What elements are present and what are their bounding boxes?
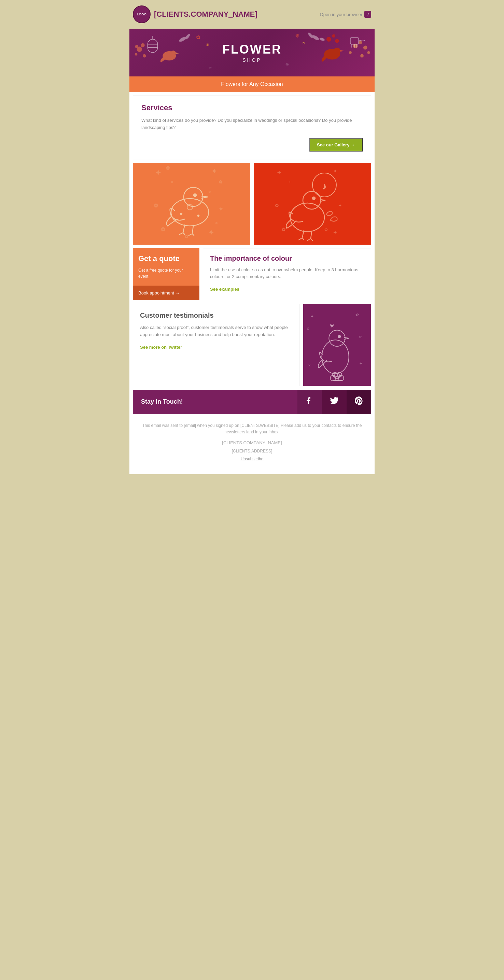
svg-text:✿: ✿	[219, 180, 222, 184]
svg-point-67	[313, 197, 315, 200]
image-card-red: ✦ ✦ ✿ ✦ ✿ ✦ × × ✿	[254, 163, 371, 245]
twitter-button[interactable]	[322, 390, 346, 414]
pinterest-icon	[354, 396, 364, 408]
logo-area: LOGO [CLIENTS.COMPANY_NAME]	[133, 5, 257, 23]
services-block: Services What kind of services do you pr…	[133, 95, 371, 159]
svg-point-22	[184, 33, 191, 40]
svg-text:×: ×	[289, 180, 290, 184]
svg-point-18	[367, 51, 370, 54]
tagline-text: Flowers for Any Occasion	[221, 81, 283, 87]
testimonial-text-block: Customer testimonials Also called "socia…	[133, 304, 300, 386]
svg-point-24	[307, 32, 313, 38]
svg-text:✦: ✦	[359, 361, 363, 366]
svg-text:×: ×	[215, 221, 217, 225]
testimonial-illustration: ✦ ✿ ✦ × ✿ ✿	[303, 304, 371, 386]
facebook-icon	[305, 396, 314, 408]
svg-text:×: ×	[308, 363, 311, 368]
quote-text: Get a free quote for your event	[138, 267, 194, 280]
svg-text:❋: ❋	[285, 62, 289, 67]
quote-title: Get a quote	[138, 254, 194, 263]
svg-point-50	[184, 187, 203, 207]
svg-text:✦: ✦	[333, 230, 337, 235]
tagline-bar: Flowers for Any Occasion	[129, 76, 375, 92]
twitter-link[interactable]: See more on Twitter	[140, 345, 182, 350]
svg-text:✿: ✿	[161, 226, 165, 232]
svg-text:✦: ✦	[277, 169, 282, 176]
svg-point-12	[141, 43, 145, 48]
svg-point-53	[198, 215, 199, 216]
svg-text:✦: ✦	[219, 206, 223, 212]
svg-rect-0	[148, 39, 158, 52]
hero-title: FLOWER	[222, 42, 282, 57]
svg-point-20	[349, 51, 352, 54]
email-container: ✿ ✾ ❋ ✿ ❋ ✿ FLOWER SHOP	[129, 29, 375, 474]
colour-block: The importance of colour Limit the use o…	[203, 248, 371, 300]
svg-point-11	[135, 45, 139, 48]
svg-point-8	[333, 48, 340, 54]
svg-rect-26	[350, 38, 359, 44]
svg-point-66	[303, 191, 321, 209]
unsubscribe-link[interactable]: Unsubscribe	[241, 456, 263, 462]
social-icons	[297, 390, 371, 414]
svg-text:✿: ✿	[324, 227, 328, 232]
svg-point-35	[335, 39, 339, 43]
svg-text:✿: ✿	[302, 41, 305, 45]
svg-text:✦: ✦	[338, 203, 342, 208]
hero-text-block: FLOWER SHOP	[222, 42, 282, 63]
twitter-icon	[330, 396, 339, 408]
svg-text:×: ×	[209, 190, 211, 194]
svg-text:✾: ✾	[206, 42, 209, 47]
company-name: [CLIENTS.COMPANY_NAME]	[154, 10, 257, 19]
svg-text:✦: ✦	[212, 168, 217, 174]
svg-text:✿: ✿	[359, 335, 362, 339]
book-appointment-button[interactable]: Book appointment →	[133, 286, 199, 300]
svg-text:✿: ✿	[196, 35, 201, 40]
svg-text:✦: ✦	[333, 168, 337, 174]
svg-point-17	[363, 46, 367, 50]
svg-point-7	[324, 49, 340, 59]
svg-text:❋: ❋	[295, 33, 300, 38]
quote-colour-row: Get a quote Get a free quote for your ev…	[133, 248, 371, 300]
svg-text:✿: ✿	[275, 203, 279, 208]
image-card-orange: ✦ ✿ ✦ ✿ ✿ ✦ ✿ ✦ ✿ × × × ×	[133, 163, 250, 245]
footer-address: [CLIENTS.ADDRESS]	[140, 448, 364, 455]
services-title: Services	[141, 103, 363, 112]
top-bar: LOGO [CLIENTS.COMPANY_NAME] Open in your…	[126, 0, 378, 29]
services-description: What kind of services do you provide? Do…	[141, 117, 363, 131]
facebook-button[interactable]	[297, 390, 322, 414]
svg-point-13	[135, 53, 137, 56]
svg-point-16	[359, 41, 362, 45]
gallery-button[interactable]: See our Gallery →	[309, 138, 363, 151]
svg-point-25	[319, 37, 325, 41]
open-browser-label: Open in your browser	[320, 12, 362, 17]
svg-point-49	[171, 199, 209, 226]
svg-text:×: ×	[171, 180, 173, 184]
pinterest-button[interactable]	[346, 390, 371, 414]
see-examples-link[interactable]: See examples	[210, 286, 239, 292]
content-section: Services What kind of services do you pr…	[129, 95, 375, 474]
open-browser-link[interactable]: Open in your browser ↗	[320, 11, 371, 18]
colour-text: Limit the use of color so as not to over…	[210, 267, 364, 281]
hero-subtitle: SHOP	[222, 57, 282, 63]
testimonial-image-block: ✦ ✿ ✦ × ✿ ✿	[303, 304, 371, 386]
testimonial-title: Customer testimonials	[140, 312, 292, 320]
hero-banner: ✿ ✾ ❋ ✿ ❋ ✿ FLOWER SHOP	[129, 29, 375, 76]
svg-text:♪: ♪	[322, 181, 327, 191]
svg-point-82	[338, 336, 340, 338]
svg-point-65	[290, 203, 324, 232]
svg-text:✿: ✿	[154, 203, 158, 208]
orange-bird-illustration: ✦ ✿ ✦ ✿ ✿ ✦ ✿ ✦ ✿ × × × ×	[133, 163, 250, 245]
svg-point-52	[181, 213, 182, 215]
svg-point-51	[194, 194, 196, 197]
svg-point-5	[171, 51, 176, 56]
svg-point-34	[332, 34, 335, 38]
external-link-icon: ↗	[364, 11, 371, 18]
testimonials-row: Customer testimonials Also called "socia…	[133, 304, 371, 386]
svg-point-33	[327, 37, 331, 41]
svg-text:✿: ✿	[307, 326, 309, 330]
svg-point-19	[360, 54, 364, 58]
svg-text:✿: ✿	[185, 234, 188, 239]
svg-text:✿: ✿	[209, 66, 212, 70]
svg-point-14	[143, 54, 146, 58]
social-bar: Stay in Touch!	[133, 390, 371, 414]
